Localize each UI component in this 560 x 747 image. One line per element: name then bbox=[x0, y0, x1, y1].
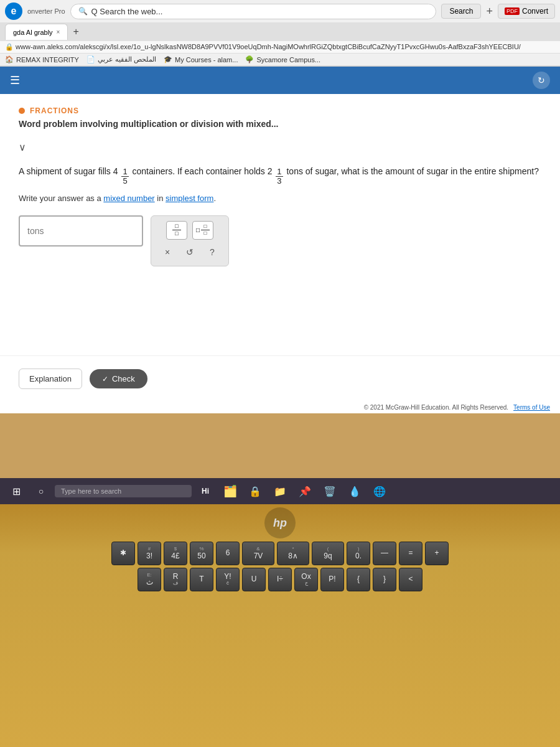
address-bar[interactable]: 🔒 www-awn.aleks.com/alekscgi/x/lsl.exe/1… bbox=[0, 41, 560, 54]
bookmark-remax[interactable]: 🏠 REMAX INTEGRITY bbox=[5, 55, 79, 63]
key-9[interactable]: — bbox=[373, 542, 396, 565]
aleks-header: ☰ ↻ bbox=[0, 67, 560, 94]
math-toolbar: □ □ □ □ □ bbox=[151, 215, 229, 266]
key-plus[interactable]: + bbox=[425, 542, 449, 565]
fraction-icon: □ □ bbox=[172, 223, 181, 237]
tab-label: gda Al grably bbox=[13, 29, 53, 36]
search-circle-icon: ○ bbox=[39, 486, 44, 496]
key-0[interactable]: = bbox=[399, 542, 422, 565]
plus-icon: + bbox=[486, 5, 493, 18]
fraction-1: 1 5 bbox=[121, 167, 128, 186]
search-text: Q Search the web... bbox=[91, 7, 163, 16]
tab-bar: gda Al grably × + bbox=[0, 22, 560, 41]
key-backslash[interactable]: < bbox=[399, 568, 422, 591]
key-6[interactable]: *8∧ bbox=[277, 542, 309, 565]
hamburger-menu[interactable]: ☰ bbox=[10, 73, 20, 87]
key-o[interactable]: Oxح bbox=[294, 568, 318, 591]
fraction-button[interactable]: □ □ bbox=[166, 221, 187, 240]
key-i[interactable]: I÷ bbox=[268, 568, 292, 591]
key-u[interactable]: U bbox=[242, 568, 266, 591]
hp-logo-area: hp bbox=[264, 504, 296, 542]
key-bracket-left[interactable]: { bbox=[347, 568, 370, 591]
key-t[interactable]: T bbox=[190, 568, 213, 591]
key-8[interactable]: )0. bbox=[347, 542, 370, 565]
key-row-numbers: ✱ #3! $4£ %50 6 &7V *8∧ (9q )0. — = + bbox=[12, 542, 548, 565]
mixed-number-button[interactable]: □ □ □ bbox=[192, 221, 213, 240]
mixed-number-link[interactable]: mixed number bbox=[103, 194, 154, 203]
key-p[interactable]: P! bbox=[320, 568, 344, 591]
taskbar-file-explorer[interactable]: 🗂️ bbox=[219, 480, 241, 502]
browser-toolbar: e onverter Pro 🔍 Q Search the web... Sea… bbox=[0, 0, 560, 22]
bookmark-sycamore[interactable]: 🌳 Sycamore Campus... bbox=[245, 55, 320, 63]
aleks-nav: ☰ bbox=[10, 73, 20, 87]
lock-icon: 🔒 bbox=[249, 486, 261, 497]
taskbar-edge[interactable]: 🌐 bbox=[368, 480, 391, 502]
windows-icon: ⊞ bbox=[12, 486, 21, 497]
math-toolbar-row-2: × ↺ ? bbox=[159, 243, 221, 261]
tab-close-button[interactable]: × bbox=[57, 29, 60, 35]
copyright-bar: © 2021 McGraw-Hill Education. All Rights… bbox=[0, 402, 560, 413]
convert-button[interactable]: PDF Convert bbox=[498, 4, 555, 19]
section-title: FRACTIONS bbox=[30, 106, 79, 115]
key-4[interactable]: 6 bbox=[216, 542, 240, 565]
bookmark-courses[interactable]: 🎓 My Courses - alam... bbox=[164, 55, 238, 63]
fraction-2: 1 3 bbox=[276, 167, 282, 186]
fraction-1-den: 5 bbox=[121, 177, 128, 186]
taskbar-cortana[interactable]: Hi bbox=[194, 480, 217, 502]
simplest-form-link[interactable]: simplest form bbox=[166, 194, 213, 203]
key-5[interactable]: &7V bbox=[242, 542, 274, 565]
bookmark-icon: 📄 bbox=[86, 55, 95, 63]
key-e[interactable]: E:ث bbox=[138, 568, 161, 591]
undo-button[interactable]: ↺ bbox=[181, 243, 198, 261]
help-button[interactable]: ? bbox=[203, 243, 221, 261]
problem-area: FRACTIONS Word problem involving multipl… bbox=[0, 94, 560, 355]
answer-input[interactable]: tons bbox=[19, 215, 143, 247]
section-header: FRACTIONS bbox=[19, 106, 541, 115]
check-button[interactable]: ✓ Check bbox=[90, 369, 147, 388]
collapse-chevron[interactable]: ∨ bbox=[19, 141, 31, 154]
problem-text-part2: containers. If each container holds 2 bbox=[133, 166, 273, 176]
refresh-button[interactable]: ↻ bbox=[533, 72, 550, 89]
taskbar-folder[interactable]: 📁 bbox=[269, 480, 291, 502]
windows-start-button[interactable]: ⊞ bbox=[5, 480, 27, 502]
search-button[interactable]: Search bbox=[441, 4, 481, 19]
search-icon: 🔍 bbox=[78, 7, 88, 16]
bookmark-arabic[interactable]: 📄 الملحص الفقيه عربي bbox=[86, 55, 156, 63]
taskbar-lock[interactable]: 🔒 bbox=[244, 480, 266, 502]
main-content: ☰ ↻ FRACTIONS Word problem involving mul… bbox=[0, 67, 560, 413]
key-bracket-right[interactable]: } bbox=[373, 568, 396, 591]
problem-subtitle: Word problem involving multiplication or… bbox=[19, 119, 541, 129]
key-2[interactable]: $4£ bbox=[164, 542, 187, 565]
problem-text-part1: A shipment of sugar fills 4 bbox=[19, 166, 118, 176]
answer-placeholder: tons bbox=[27, 226, 44, 236]
mixed-number-1: 1 5 bbox=[120, 167, 129, 186]
laptop-body: hp ✱ #3! $4£ %50 6 &7V *8∧ (9q )0. — = +… bbox=[0, 504, 560, 747]
taskbar-pin[interactable]: 📌 bbox=[294, 480, 316, 502]
extension-label: onverter Pro bbox=[27, 7, 65, 15]
new-tab-button[interactable]: + bbox=[70, 26, 81, 37]
problem-text: A shipment of sugar fills 4 1 5 containe… bbox=[19, 164, 541, 186]
search-button[interactable]: ○ bbox=[30, 480, 52, 502]
taskbar-mail[interactable]: 🗑️ bbox=[319, 480, 341, 502]
bookmark-icon: 🌳 bbox=[245, 55, 254, 63]
key-1[interactable]: #3! bbox=[138, 542, 161, 565]
file-explorer-icon: 🗂️ bbox=[223, 484, 237, 498]
edge-logo[interactable]: e bbox=[5, 2, 22, 20]
key-r[interactable]: Rف bbox=[164, 568, 187, 591]
key-escape[interactable]: ✱ bbox=[111, 542, 135, 565]
check-icon: ✓ bbox=[102, 375, 108, 383]
key-y[interactable]: Y!ĉ bbox=[216, 568, 240, 591]
key-7[interactable]: (9q bbox=[312, 542, 344, 565]
taskbar-search-text: Type here to search bbox=[61, 487, 121, 495]
bookmark-icon: 🎓 bbox=[164, 55, 172, 63]
terms-link[interactable]: Terms of Use bbox=[513, 404, 550, 411]
browser-chrome: e onverter Pro 🔍 Q Search the web... Sea… bbox=[0, 0, 560, 67]
taskbar-search-bar[interactable]: Type here to search bbox=[55, 485, 192, 497]
explanation-button[interactable]: Explanation bbox=[19, 369, 82, 389]
clear-button[interactable]: × bbox=[159, 243, 176, 261]
active-tab[interactable]: gda Al grably × bbox=[5, 24, 68, 40]
address-search-bar[interactable]: 🔍 Q Search the web... bbox=[70, 4, 437, 19]
key-3[interactable]: %50 bbox=[190, 542, 213, 565]
pdf-badge: PDF bbox=[505, 7, 520, 15]
taskbar-dropbox[interactable]: 💧 bbox=[343, 480, 366, 502]
